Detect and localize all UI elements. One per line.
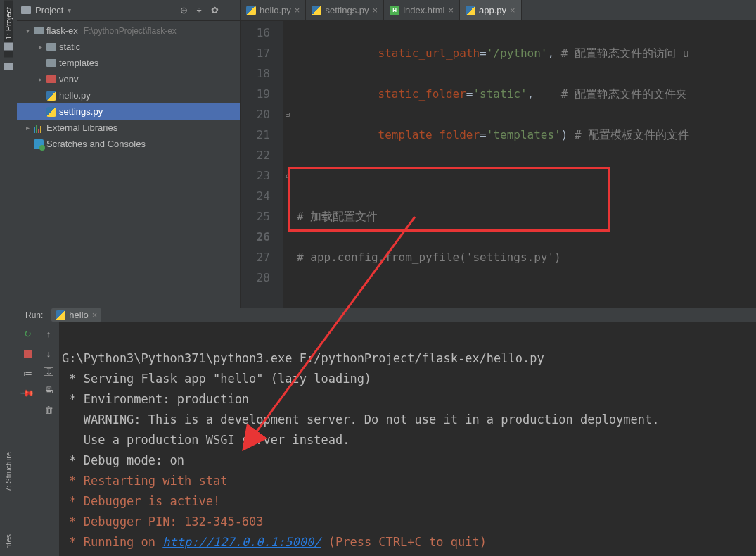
line-number: 23 xyxy=(241,165,270,186)
console-output[interactable]: G:\Python3\Python371\python3.exe F:/pyth… xyxy=(59,322,756,556)
library-icon xyxy=(34,123,44,133)
line-number: 18 xyxy=(241,63,270,84)
code-token: static_folder xyxy=(378,87,466,101)
code-comment: # 配置静态文件的文件夹 xyxy=(561,87,687,101)
code-token: 'static' xyxy=(473,87,527,101)
line-number: 19 xyxy=(241,84,270,104)
folder-icon[interactable] xyxy=(4,63,13,70)
tree-item-flask-ex[interactable]: flask-exF:\pythonProject\flask-ex xyxy=(17,23,240,39)
line-number: 22 xyxy=(241,145,270,165)
tree-item-label: static xyxy=(59,42,80,52)
expand-icon[interactable]: ÷ xyxy=(193,5,205,16)
scratches-icon xyxy=(34,139,44,149)
code-area[interactable]: static_url_path='/python', # 配置静态文件的访问 u… xyxy=(283,21,756,308)
layout-icon[interactable]: ≔ xyxy=(22,367,33,379)
python-icon xyxy=(46,91,56,101)
excluded-folder-icon xyxy=(46,75,56,83)
rerun-icon[interactable]: ↻ xyxy=(22,328,33,339)
tree-item-label: External Libraries xyxy=(46,122,117,133)
editor-tabs: hello.py×settings.py×Hindex.html×app.py× xyxy=(241,0,756,21)
line-number: 16 xyxy=(241,23,270,43)
tree-item-label: flask-ex xyxy=(46,25,78,36)
run-toolbar-right: ↑ ↓ ↧ 🖶 🗑 xyxy=(38,322,59,556)
editor-tab-label: index.html xyxy=(403,5,444,15)
target-icon[interactable]: ⊕ xyxy=(178,5,189,16)
tree-item-label: hello.py xyxy=(59,90,91,101)
run-config-tab[interactable]: hello × xyxy=(51,308,101,322)
console-line-warning: * Restarting with stat xyxy=(62,474,227,488)
folder-icon xyxy=(4,42,13,50)
tree-item-path: F:\pythonProject\flask-ex xyxy=(84,26,177,36)
editor-tab-app-py[interactable]: app.py× xyxy=(460,0,522,20)
project-panel: Project ▾ ⊕ ÷ ✿ — flask-exF:\pythonProje… xyxy=(17,0,241,308)
console-link[interactable]: http://127.0.0.1:5000/ xyxy=(162,535,321,549)
expand-arrow-icon[interactable] xyxy=(24,124,31,132)
html-icon: H xyxy=(390,6,399,15)
close-icon[interactable]: × xyxy=(373,5,378,15)
tree-item-templates[interactable]: templates xyxy=(17,55,240,71)
close-icon[interactable]: × xyxy=(510,5,515,15)
tree-item-venv[interactable]: venv xyxy=(17,71,240,87)
console-line: WARNING: This is a development server. D… xyxy=(62,412,660,427)
expand-arrow-icon[interactable] xyxy=(24,27,31,34)
line-number: 21 xyxy=(241,125,270,145)
editor-tab-label: hello.py xyxy=(260,5,291,15)
close-icon[interactable]: × xyxy=(448,5,454,15)
editor-tab-index-html[interactable]: Hindex.html× xyxy=(384,0,460,20)
code-comment: # app.config.from_pyfile('settings.py') xyxy=(297,251,561,264)
console-line: G:\Python3\Python371\python3.exe F:/pyth… xyxy=(62,351,544,365)
tree-item-label: Scratches and Consoles xyxy=(46,139,146,149)
module-folder-icon xyxy=(34,27,44,34)
tree-item-settings-py[interactable]: settings.py xyxy=(17,103,240,120)
console-line: Use a production WSGI server instead. xyxy=(62,433,350,447)
print-icon[interactable]: 🖶 xyxy=(43,384,54,396)
python-icon xyxy=(312,6,321,15)
code-token: template_folder xyxy=(378,128,480,141)
gear-icon[interactable]: ✿ xyxy=(209,5,220,16)
code-comment: # 配置模板文件的文件 xyxy=(575,128,689,141)
project-panel-title: Project xyxy=(35,5,63,15)
editor-tab-hello-py[interactable]: hello.py× xyxy=(241,0,306,20)
tree-item-static[interactable]: static xyxy=(17,39,240,55)
pin-icon[interactable]: 📌 xyxy=(20,385,36,401)
console-line: * Debug mode: on xyxy=(62,453,184,467)
expand-arrow-icon[interactable] xyxy=(37,75,44,83)
run-toolbar-left: ↻ ≔ 📌 xyxy=(17,322,38,556)
project-tree[interactable]: flask-exF:\pythonProject\flask-exstatict… xyxy=(17,21,240,153)
tree-item-external-libraries[interactable]: External Libraries xyxy=(17,120,240,136)
structure-tool-tab[interactable]: 7: Structure xyxy=(4,445,13,499)
close-icon[interactable]: × xyxy=(92,310,98,320)
python-icon xyxy=(56,310,65,320)
console-line-warning: (Press CTRL+C to quit) xyxy=(321,535,486,549)
favorites-tool-tab[interactable]: rites xyxy=(4,527,13,556)
python-icon xyxy=(46,107,56,117)
tree-item-label: templates xyxy=(59,58,98,68)
code-token: static_url_path xyxy=(378,46,480,60)
chevron-down-icon[interactable]: ▾ xyxy=(68,6,71,14)
python-icon xyxy=(246,6,256,15)
gutter-marks: ⊟ ⌂ xyxy=(283,23,293,288)
collapse-icon[interactable]: — xyxy=(224,5,236,16)
up-icon[interactable]: ↑ xyxy=(43,328,54,339)
line-number: 17 xyxy=(241,43,270,63)
run-config-name: hello xyxy=(69,310,88,320)
console-line-warning: * Running on xyxy=(62,535,162,549)
close-icon[interactable]: × xyxy=(295,5,300,15)
tree-item-label: settings.py xyxy=(59,106,103,117)
line-number: 28 xyxy=(241,267,270,288)
expand-arrow-icon[interactable] xyxy=(37,43,44,51)
scroll-icon[interactable]: ↧ xyxy=(44,367,53,376)
trash-icon[interactable]: 🗑 xyxy=(43,404,54,415)
tree-item-scratches-and-consoles[interactable]: Scratches and Consoles xyxy=(17,136,240,152)
editor-tab-settings-py[interactable]: settings.py× xyxy=(306,0,384,20)
stop-icon[interactable] xyxy=(22,348,33,359)
folder-icon xyxy=(21,6,31,14)
folder-icon xyxy=(46,59,56,67)
down-icon[interactable]: ↓ xyxy=(43,348,54,359)
editor-gutter: 16171819202122232425262728 xyxy=(241,21,283,308)
run-panel: Run: hello × ↻ ≔ 📌 ↑ ↓ ↧ 🖶 🗑 G:\Python3\… xyxy=(17,308,756,556)
editor-body[interactable]: 16171819202122232425262728 ⊟ ⌂ static_ur… xyxy=(241,21,756,308)
tree-item-hello-py[interactable]: hello.py xyxy=(17,87,240,103)
code-comment: # 配置静态文件的访问 u xyxy=(561,46,690,60)
project-tool-tab[interactable]: 1: Project xyxy=(4,0,13,57)
